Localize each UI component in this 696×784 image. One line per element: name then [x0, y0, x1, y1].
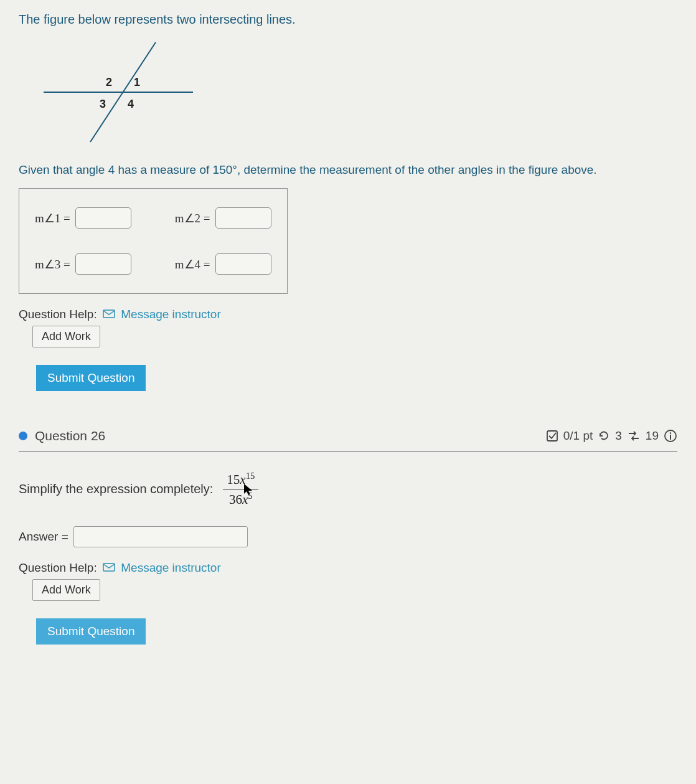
question-26-help-label: Question Help:	[19, 561, 97, 574]
angle-4-label-text: m∠4 =	[175, 257, 210, 272]
angle-1-label-text: m∠1 =	[35, 211, 70, 225]
angle-4-label: 4	[128, 98, 134, 110]
simplify-prompt-row: Simplify the expression completely: 15x1…	[19, 471, 677, 508]
angle-2-label-text: m∠2 =	[175, 211, 210, 225]
svg-rect-7	[103, 564, 115, 571]
message-instructor-link-26[interactable]: Message instructor	[121, 561, 221, 574]
question-25-body: The figure below represents two intersec…	[19, 12, 677, 391]
shuffle-icon	[627, 430, 641, 442]
info-icon[interactable]	[664, 429, 677, 443]
angle-3-input[interactable]	[75, 253, 131, 275]
answer-row: Answer =	[19, 526, 677, 547]
question-26-body: Simplify the expression completely: 15x1…	[19, 471, 677, 645]
angle-1-label: 1	[134, 76, 140, 88]
score-text: 0/1 pt	[563, 429, 593, 443]
retries-text: 3	[615, 429, 622, 443]
angle-3-group: m∠3 =	[35, 253, 131, 275]
angle-4-input[interactable]	[215, 253, 271, 275]
intersecting-lines-figure: 1 2 3 4	[37, 39, 677, 148]
svg-rect-3	[547, 431, 557, 441]
question-header-left: Question 26	[19, 428, 105, 443]
answer-row-2: m∠3 = m∠4 =	[35, 253, 271, 275]
angle-2-group: m∠2 =	[175, 207, 271, 229]
lines-svg: 1 2 3 4	[37, 39, 199, 145]
question-header-right: 0/1 pt 3 19	[546, 429, 677, 443]
answer-row-1: m∠1 = m∠2 =	[35, 207, 271, 229]
status-dot-icon	[19, 432, 27, 440]
add-work-button-26[interactable]: Add Work	[32, 579, 100, 601]
question-intro-text: The figure below represents two intersec…	[19, 12, 677, 27]
mail-icon	[103, 308, 115, 322]
angle-2-label: 2	[106, 76, 112, 88]
mail-icon	[103, 562, 115, 575]
question-26-help-row: Question Help: Message instructor	[19, 561, 677, 575]
attempts-text: 19	[646, 429, 659, 443]
question-26-title: Question 26	[35, 428, 105, 443]
question-help-label: Question Help:	[19, 308, 97, 321]
submit-question-button-26[interactable]: Submit Question	[36, 618, 146, 645]
checkbox-icon	[546, 430, 558, 442]
answer-input[interactable]	[73, 526, 248, 547]
answer-label: Answer =	[19, 530, 68, 544]
angle-2-input[interactable]	[215, 207, 271, 229]
given-text: Given that angle 4 has a measure of 150°…	[19, 163, 677, 177]
question-help-row: Question Help: Message instructor	[19, 308, 677, 322]
simplify-prompt: Simplify the expression completely:	[19, 482, 213, 496]
retry-icon	[598, 430, 610, 442]
question-26-header[interactable]: Question 26 0/1 pt 3 19	[19, 422, 677, 452]
add-work-button[interactable]: Add Work	[32, 326, 100, 347]
angle-answers-box: m∠1 = m∠2 = m∠3 = m∠4 =	[19, 188, 288, 294]
message-instructor-link[interactable]: Message instructor	[121, 308, 221, 321]
svg-rect-2	[103, 310, 115, 318]
angle-3-label: 3	[100, 98, 106, 110]
angle-1-input[interactable]	[75, 207, 131, 229]
angle-3-label-text: m∠3 =	[35, 257, 70, 272]
svg-point-5	[670, 432, 672, 434]
angle-1-group: m∠1 =	[35, 207, 131, 229]
cursor-icon	[243, 483, 254, 499]
angle-4-group: m∠4 =	[175, 253, 271, 275]
svg-rect-6	[670, 435, 671, 440]
submit-question-button[interactable]: Submit Question	[36, 365, 146, 391]
